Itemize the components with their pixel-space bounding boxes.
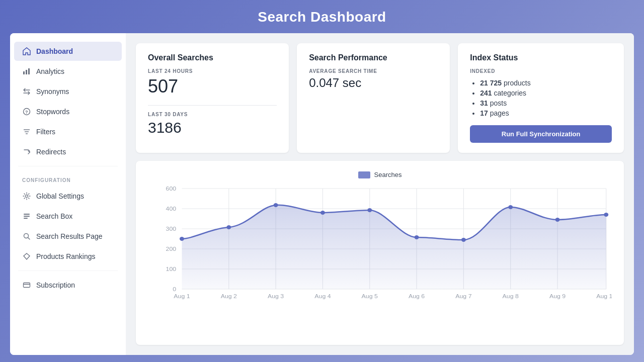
overall-searches-card: Overall Searches LAST 24 HOURS 507 LAST … [136, 43, 289, 153]
indexed-count-2: 31 [480, 99, 488, 107]
chart-legend: Searches [148, 171, 612, 178]
legend-box [358, 171, 370, 178]
svg-point-45 [508, 205, 513, 209]
last30-label: LAST 30 DAYS [148, 112, 277, 117]
indexed-unit-1: categories [494, 89, 527, 97]
indexed-unit-0: products [504, 79, 531, 87]
card-icon [22, 281, 31, 290]
svg-text:200: 200 [166, 246, 177, 252]
sidebar-label-dashboard: Dashboard [36, 47, 73, 55]
sidebar-item-products-rankings[interactable]: Products Rankings [14, 247, 122, 266]
main-container: Dashboard Analytics Synonyms [10, 33, 634, 355]
svg-marker-14 [24, 253, 30, 259]
svg-point-40 [274, 203, 278, 207]
bar-chart-icon [22, 67, 31, 76]
sidebar-label-analytics: Analytics [36, 67, 64, 75]
sidebar-item-redirects[interactable]: Redirects [14, 142, 122, 161]
svg-text:Aug 8: Aug 8 [503, 293, 519, 299]
chart-wrapper: 0 100 200 300 400 600 [148, 184, 612, 304]
redirects-icon [22, 147, 31, 156]
svg-text:Aug 7: Aug 7 [455, 293, 471, 299]
svg-rect-0 [23, 71, 25, 74]
sidebar-label-search-results-page: Search Results Page [36, 232, 103, 240]
sidebar-item-search-box[interactable]: Search Box [14, 207, 122, 226]
svg-text:300: 300 [166, 226, 177, 232]
sidebar-divider [18, 166, 118, 166]
indexed-unit-2: posts [490, 99, 507, 107]
list-item: 31 posts [480, 99, 612, 107]
svg-point-8 [26, 195, 28, 198]
search-icon [22, 232, 31, 241]
search-performance-card: Search Performance AVERAGE SEARCH TIME 0… [297, 43, 450, 153]
svg-point-41 [320, 211, 325, 215]
sidebar-label-subscription: Subscription [36, 281, 75, 289]
sidebar-item-filters[interactable]: Filters [14, 122, 122, 141]
svg-point-38 [180, 237, 184, 241]
last24-label: LAST 24 HOURS [148, 68, 277, 74]
cards-row: Overall Searches LAST 24 HOURS 507 LAST … [136, 43, 624, 153]
svg-text:100: 100 [166, 266, 177, 272]
config-section-label: Configuration [10, 170, 126, 186]
svg-point-43 [415, 235, 419, 239]
synonyms-icon [22, 87, 31, 96]
svg-point-47 [604, 213, 608, 217]
list-icon [22, 212, 31, 221]
indexed-count-0: 21 725 [480, 79, 502, 87]
filters-icon [22, 127, 31, 136]
list-item: 21 725 products [480, 79, 612, 87]
svg-point-44 [461, 238, 466, 242]
svg-rect-15 [24, 283, 30, 288]
svg-point-42 [367, 208, 372, 212]
svg-text:?: ? [25, 110, 28, 115]
sidebar-divider-2 [18, 270, 118, 271]
sync-button[interactable]: Run Full Synchronization [470, 125, 612, 143]
last30-value: 3186 [148, 119, 277, 136]
svg-text:Aug 3: Aug 3 [268, 293, 284, 299]
index-status-title: Index Status [470, 53, 612, 62]
overall-searches-title: Overall Searches [148, 53, 277, 62]
sidebar: Dashboard Analytics Synonyms [10, 33, 126, 355]
sidebar-item-search-results-page[interactable]: Search Results Page [14, 227, 122, 246]
sidebar-item-synonyms[interactable]: Synonyms [14, 82, 122, 101]
diamond-icon [22, 252, 31, 261]
svg-rect-11 [24, 218, 28, 219]
chart-legend-label: Searches [374, 171, 402, 178]
svg-text:0: 0 [173, 286, 176, 292]
chart-svg: 0 100 200 300 400 600 [148, 184, 612, 304]
avg-label: AVERAGE SEARCH TIME [309, 68, 438, 74]
sidebar-item-dashboard[interactable]: Dashboard [14, 42, 122, 61]
sidebar-label-global-settings: Global Settings [36, 192, 84, 200]
sidebar-label-products-rankings: Products Rankings [36, 252, 96, 260]
list-item: 17 pages [480, 109, 612, 117]
last24-value: 507 [148, 76, 277, 97]
svg-text:Aug 9: Aug 9 [549, 293, 566, 299]
svg-text:Aug 2: Aug 2 [221, 293, 237, 299]
svg-text:Aug 10: Aug 10 [596, 293, 612, 299]
chart-card: Searches [136, 161, 624, 345]
svg-text:400: 400 [166, 206, 177, 212]
sidebar-label-filters: Filters [36, 128, 55, 136]
main-content: Overall Searches LAST 24 HOURS 507 LAST … [126, 33, 634, 355]
sidebar-label-redirects: Redirects [36, 148, 66, 156]
sidebar-item-analytics[interactable]: Analytics [14, 62, 122, 81]
sidebar-item-global-settings[interactable]: Global Settings [14, 187, 122, 206]
indexed-unit-3: pages [490, 109, 509, 117]
card-divider [148, 105, 277, 106]
sidebar-item-subscription[interactable]: Subscription [14, 276, 122, 295]
sidebar-label-synonyms: Synonyms [36, 87, 69, 96]
index-status-card: Index Status INDEXED 21 725 products 241… [458, 43, 624, 153]
page-header: Search Dashboard [0, 0, 644, 33]
sidebar-label-search-box: Search Box [36, 212, 72, 220]
svg-rect-2 [28, 68, 30, 74]
avg-value: 0.047 sec [309, 76, 438, 90]
svg-rect-10 [24, 216, 30, 217]
svg-text:Aug 4: Aug 4 [314, 293, 331, 299]
sidebar-item-stopwords[interactable]: ? Stopwords [14, 102, 122, 121]
list-item: 241 categories [480, 89, 612, 97]
svg-rect-9 [24, 214, 30, 215]
indexed-label: INDEXED [470, 68, 612, 74]
svg-text:Aug 5: Aug 5 [362, 293, 378, 299]
search-performance-title: Search Performance [309, 53, 438, 62]
svg-text:Aug 6: Aug 6 [409, 293, 425, 299]
svg-rect-1 [26, 70, 27, 74]
